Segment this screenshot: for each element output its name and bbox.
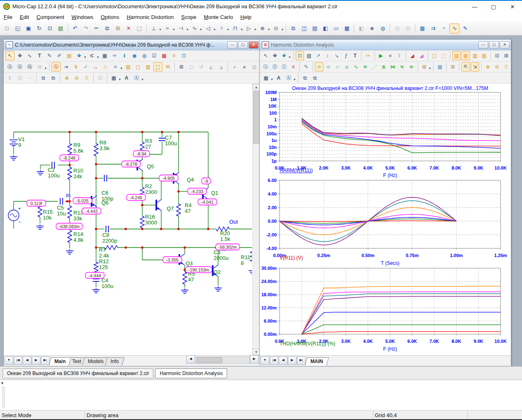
- vertical-tag-icon[interactable]: ↕: [323, 51, 332, 60]
- plus-marks-icon[interactable]: ⬚: [440, 51, 448, 60]
- scroll-down-arrow[interactable]: ▼: [253, 349, 260, 355]
- migrate-icon[interactable]: ⇉: [428, 24, 438, 33]
- menu-component[interactable]: Component: [33, 13, 68, 21]
- copy-window-icon[interactable]: ⧉: [49, 73, 58, 83]
- panel-icon[interactable]: ◧: [356, 24, 366, 33]
- tokens-icon[interactable]: ◢: [417, 51, 426, 60]
- mosfet-icon[interactable]: ⊓: [230, 24, 240, 33]
- sheet-nav-4-icon[interactable]: ▶|: [41, 356, 49, 365]
- data-points-icon[interactable]: ◢: [408, 51, 416, 60]
- currents-icon[interactable]: ⇥: [61, 62, 71, 71]
- fx-settings-icon[interactable]: ⓕ: [280, 62, 288, 71]
- waveform-list-icon[interactable]: ▤: [436, 62, 444, 71]
- border-display-icon[interactable]: ▤: [124, 62, 133, 71]
- schematic-window-titlebar[interactable]: ∿ C:\Users\omotov\Documents\Электроника\…: [4, 40, 260, 50]
- opamp-dropdown-icon[interactable]: ▼: [254, 28, 257, 31]
- enable-region-icon[interactable]: ☑: [150, 51, 159, 60]
- inflection-icon[interactable]: ≋: [361, 62, 369, 71]
- box-tool-icon[interactable]: ⊞: [177, 62, 186, 71]
- x-axis-grids-icon[interactable]: ▥: [452, 51, 461, 60]
- stop-icon[interactable]: ■: [386, 51, 394, 60]
- mosfet-dropdown-icon[interactable]: ▼: [240, 28, 243, 31]
- open-icon[interactable]: ◱: [13, 24, 23, 33]
- sheet-nav-4-icon[interactable]: ▶|: [297, 356, 306, 365]
- line-tool-icon[interactable]: ✐: [55, 51, 64, 60]
- y-axis-settings-icon[interactable]: ⓨ: [270, 62, 279, 71]
- font-color-dropdown-icon[interactable]: ▼: [141, 78, 144, 81]
- menu-scope[interactable]: Scope: [177, 13, 200, 21]
- valley-icon[interactable]: ∩: [333, 62, 341, 71]
- properties-icon[interactable]: ✑: [364, 51, 372, 60]
- text-mode-icon[interactable]: T: [351, 51, 359, 60]
- peak-icon[interactable]: ⊹: [324, 62, 332, 71]
- model-web-icon[interactable]: ◍: [378, 24, 388, 33]
- zoom-in-icon[interactable]: ⊕: [484, 62, 492, 71]
- analysis-window-icon[interactable]: ∿: [449, 24, 459, 33]
- copy-icon[interactable]: ⧉: [102, 24, 112, 33]
- cursor-mode-icon[interactable]: ▧: [305, 51, 313, 60]
- zoom-100-icon[interactable]: ⍰: [82, 73, 91, 83]
- sheet-nav-2-icon[interactable]: ◀: [23, 356, 31, 365]
- revert-icon[interactable]: ↻: [34, 24, 44, 33]
- grid-dropdown-icon[interactable]: ▼: [120, 67, 123, 70]
- text-mode-icon[interactable]: T: [35, 51, 44, 60]
- global-high-icon[interactable]: ⋰: [370, 62, 379, 71]
- window-placer-icon[interactable]: ⊡: [179, 51, 188, 60]
- analysis-minimize-button[interactable]: —: [478, 41, 488, 49]
- high-icon[interactable]: ∪: [343, 62, 351, 71]
- flip-y-icon[interactable]: ◮: [216, 62, 226, 71]
- clipboard-dropdown-icon[interactable]: ▼: [428, 67, 431, 70]
- sheet-nav-0-icon[interactable]: ▼: [261, 356, 269, 365]
- bus-icon[interactable]: ▤: [65, 51, 74, 60]
- message-pane-close-icon[interactable]: x: [1, 381, 3, 385]
- annotation-icon[interactable]: ✑: [110, 51, 119, 60]
- edit-waveform-icon[interactable]: ✎: [302, 62, 310, 71]
- sheet-nav-3-icon[interactable]: ▶: [288, 356, 296, 365]
- copy-window-icon[interactable]: ⧉: [310, 73, 320, 83]
- menu-file[interactable]: File: [0, 13, 16, 21]
- capacitor-icon[interactable]: ⊣: [176, 24, 186, 33]
- text-stepping-icon[interactable]: ≡: [169, 51, 179, 60]
- sheet-tab-info[interactable]: Info: [105, 357, 125, 366]
- flag-dropdown-icon[interactable]: ▼: [96, 56, 99, 59]
- ruler-icon[interactable]: ▢: [430, 51, 438, 60]
- select-all-icon[interactable]: ⬚: [134, 24, 144, 33]
- probe-icon[interactable]: ✎: [460, 24, 470, 33]
- spreadsheet-icon[interactable]: ▦: [100, 51, 109, 60]
- cascade-windows-icon[interactable]: ⧉: [288, 24, 298, 33]
- select-mode-icon[interactable]: ↖: [5, 51, 14, 60]
- overlap-icon[interactable]: ◧: [320, 24, 330, 33]
- hscroll-right-icon[interactable]: ▶: [250, 355, 259, 363]
- numeric-output-icon[interactable]: ⊞: [449, 62, 457, 71]
- color-picker-dropdown-icon[interactable]: ▼: [118, 78, 121, 81]
- next-point-icon[interactable]: ⊹: [315, 62, 323, 71]
- animate-icon[interactable]: ◷: [392, 24, 402, 33]
- select-mode-icon[interactable]: ↖: [261, 51, 270, 60]
- pin-connections-icon[interactable]: ↔: [91, 62, 100, 71]
- title-block-icon[interactable]: ▢: [134, 62, 143, 71]
- schematic-canvas[interactable]: +−V19R95.6kC2100uR1024kR83.9kC6100pQ6R32…: [4, 84, 252, 355]
- conditions-icon[interactable]: ✓: [81, 62, 90, 71]
- power-icon[interactable]: ↯: [71, 62, 80, 71]
- tools-icon[interactable]: ✦: [439, 24, 449, 33]
- tile-vertical-icon[interactable]: ◫: [299, 24, 309, 33]
- pan-mode-icon[interactable]: ✥: [270, 51, 279, 60]
- window-tab[interactable]: Океан 209 Выходной на BC308 УНЧ финальны…: [2, 368, 153, 378]
- global-low-icon[interactable]: ≶: [379, 62, 388, 71]
- transistor-icon[interactable]: ⑂: [217, 24, 227, 33]
- maximize-button[interactable]: ▢: [484, 1, 503, 12]
- ground-icon[interactable]: ⊥: [149, 24, 159, 33]
- minimize-button[interactable]: —: [465, 1, 484, 12]
- save-icon[interactable]: ▣: [24, 24, 33, 33]
- component-editor-icon[interactable]: ☻: [367, 24, 377, 33]
- schematic-maximize-button[interactable]: ▢: [238, 41, 248, 49]
- tracker-icon[interactable]: ⊞: [502, 51, 510, 60]
- sheet-nav-1-icon[interactable]: |◀: [270, 356, 278, 365]
- color-picker-dropdown-icon[interactable]: ▼: [270, 78, 273, 81]
- run-icon[interactable]: ▶: [377, 51, 385, 60]
- horizontal-cursor-icon[interactable]: ⊟: [493, 51, 501, 60]
- sheet-tab-main[interactable]: MAIN: [305, 357, 329, 366]
- formula-text-icon[interactable]: ƒ: [342, 51, 350, 60]
- calculator-icon[interactable]: ▦: [342, 24, 352, 33]
- diode-dropdown-icon[interactable]: ▼: [213, 28, 216, 31]
